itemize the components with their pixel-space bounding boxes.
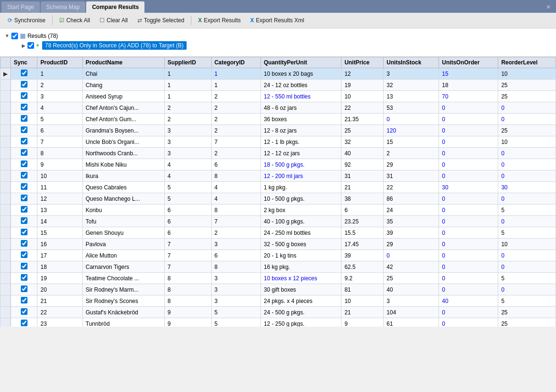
cell-productId: 19	[37, 273, 82, 284]
cell-unitsOnOrder: 0	[439, 170, 498, 182]
cell-unitPrice: 40	[341, 148, 384, 159]
col-unitsinstock-header[interactable]: UnitsInStock	[384, 57, 439, 68]
toggle-selected-button[interactable]: ⇄ Toggle Selected	[134, 16, 188, 25]
col-categoryid-header[interactable]: CategoryID	[211, 57, 260, 68]
sync-checkbox[interactable]	[21, 138, 27, 144]
col-sync-header[interactable]: Sync	[11, 57, 37, 68]
cell-categoryId: 7	[211, 136, 260, 148]
sync-checkbox[interactable]	[21, 115, 27, 122]
tab-start-page[interactable]: Start Page	[1, 1, 40, 13]
clear-all-icon: ☐	[99, 17, 105, 24]
tree-collapse-icon[interactable]: ▼	[5, 33, 9, 38]
table-row[interactable]: 14Tofu6740 - 100 g pkgs.23.253500	[0, 216, 556, 227]
sync-checkbox[interactable]	[21, 297, 27, 303]
sync-cell	[11, 170, 37, 182]
sync-checkbox[interactable]	[21, 149, 27, 156]
table-row[interactable]: 22Gustaf's Knäckebröd9524 - 500 g pkgs.2…	[0, 307, 556, 318]
sync-checkbox[interactable]	[21, 308, 27, 315]
table-row[interactable]: 16Pavlova7332 - 500 g boxes17.4529010	[0, 239, 556, 250]
table-row[interactable]: 10Ikura4812 - 200 ml jars313100	[0, 170, 556, 182]
row-indicator	[0, 102, 11, 114]
sync-checkbox[interactable]	[21, 160, 27, 167]
tree-root-checkbox[interactable]	[11, 33, 18, 39]
sync-checkbox[interactable]	[21, 251, 27, 258]
cell-categoryId: 6	[211, 250, 260, 261]
col-quantityperunit-header[interactable]: QuantityPerUnit	[261, 57, 341, 68]
sync-checkbox[interactable]	[21, 70, 27, 76]
col-reorderlevel-header[interactable]: ReorderLevel	[498, 57, 556, 68]
sync-checkbox[interactable]	[21, 183, 27, 190]
cell-supplierId: 2	[164, 114, 211, 125]
table-row[interactable]: 11Queso Cabrales541 kg pkg.21223030	[0, 182, 556, 193]
export-results-button[interactable]: X Export Results	[194, 16, 244, 25]
tree-root-row[interactable]: ▼ ▦ Results (78)	[5, 31, 551, 40]
col-productname-header[interactable]: ProductName	[82, 57, 164, 68]
table-row[interactable]: 5Chef Anton's Gum...2236 boxes21.35000	[0, 114, 556, 125]
cell-unitsInStock: 29	[384, 159, 439, 170]
table-row[interactable]: 19Teatime Chocolate ...8310 boxes x 12 p…	[0, 273, 556, 284]
cell-unitsOnOrder: 0	[439, 273, 498, 284]
sync-cell	[11, 273, 37, 284]
row-indicator	[0, 80, 11, 91]
sync-checkbox[interactable]	[21, 320, 27, 326]
cell-unitsOnOrder: 0	[439, 239, 498, 250]
sync-checkbox[interactable]	[21, 81, 27, 88]
table-row[interactable]: 2Chang1124 - 12 oz bottles19321825	[0, 80, 556, 91]
cell-productId: 10	[37, 170, 82, 182]
check-all-button[interactable]: ☑ Check All	[55, 16, 94, 25]
table-row[interactable]: 8Northwoods Cranb...3212 - 12 oz jars402…	[0, 148, 556, 159]
table-row[interactable]: 20Sir Rodney's Marm...8330 gift boxes814…	[0, 284, 556, 295]
sync-checkbox[interactable]	[21, 195, 27, 201]
sync-checkbox[interactable]	[21, 285, 27, 292]
table-row[interactable]: 4Chef Anton's Cajun...2248 - 6 oz jars22…	[0, 102, 556, 114]
tree-child-label[interactable]: 78 Record(s) Only in Source (A) ADD (78)…	[42, 41, 187, 50]
sync-checkbox[interactable]	[21, 229, 27, 235]
sync-checkbox[interactable]	[21, 274, 27, 281]
table-row[interactable]: 3Aniseed Syrup1212 - 550 ml bottles10137…	[0, 91, 556, 102]
table-row[interactable]: 17Alice Mutton7620 - 1 kg tins39000	[0, 250, 556, 261]
tree-child-checkbox[interactable]	[27, 42, 34, 49]
tree-child-row[interactable]: ▶ + 78 Record(s) Only in Source (A) ADD …	[22, 40, 551, 51]
table-row[interactable]: 6Grandma's Boysen...3212 - 8 oz jars2512…	[0, 125, 556, 136]
col-unitsonorder-header[interactable]: UnitsOnOrder	[439, 57, 498, 68]
close-icon[interactable]: ✕	[542, 1, 555, 13]
sync-checkbox[interactable]	[21, 240, 27, 247]
table-row[interactable]: 9Mishi Kobe Niku4618 - 500 g pkgs.922900	[0, 159, 556, 170]
sync-checkbox[interactable]	[21, 126, 27, 133]
cell-quantityPerUnit: 12 - 1 lb pkgs.	[261, 136, 341, 148]
sync-checkbox[interactable]	[21, 206, 27, 213]
row-indicator	[0, 307, 11, 318]
table-row[interactable]: ▶1Chai1110 boxes x 20 bags1231510	[0, 68, 556, 80]
table-row[interactable]: 15Genen Shouyu6224 - 250 ml bottles15.53…	[0, 227, 556, 239]
cell-productId: 22	[37, 307, 82, 318]
cell-unitPrice: 32	[341, 136, 384, 148]
row-indicator	[0, 193, 11, 205]
synchronise-button[interactable]: ⟳ Synchronise	[4, 16, 49, 25]
table-row[interactable]: 18Carnarvon Tigers7816 kg pkg.62.54200	[0, 261, 556, 273]
sync-checkbox[interactable]	[21, 172, 27, 178]
table-row[interactable]: 12Queso Manchego L...5410 - 500 g pkgs.3…	[0, 193, 556, 205]
col-productid-header[interactable]: ProductID	[37, 57, 82, 68]
table-row[interactable]: 23Tunnbröd9512 - 250 g pkgs.961025	[0, 318, 556, 327]
sync-checkbox[interactable]	[21, 104, 27, 110]
table-row[interactable]: 13Konbu682 kg box62405	[0, 205, 556, 216]
sync-checkbox[interactable]	[21, 92, 27, 99]
clear-all-button[interactable]: ☐ Clear All	[96, 16, 132, 25]
export-results-xml-button[interactable]: X Export Results Xml	[246, 16, 308, 25]
cell-unitPrice: 31	[341, 170, 384, 182]
sync-checkbox[interactable]	[21, 263, 27, 269]
cell-quantityPerUnit: 24 - 12 oz bottles	[261, 80, 341, 91]
cell-categoryId: 5	[211, 307, 260, 318]
tab-schema-map[interactable]: Schema Map	[41, 1, 86, 13]
table-row[interactable]: 7Uncle Bob's Organi...3712 - 1 lb pkgs.3…	[0, 136, 556, 148]
row-indicator	[0, 182, 11, 193]
cell-unitsOnOrder: 0	[439, 216, 498, 227]
table-row[interactable]: 21Sir Rodney's Scones8324 pkgs. x 4 piec…	[0, 295, 556, 307]
col-unitprice-header[interactable]: UnitPrice	[341, 57, 384, 68]
cell-productName: Chef Anton's Cajun...	[82, 102, 164, 114]
sync-checkbox[interactable]	[21, 217, 27, 224]
tab-compare-results[interactable]: Compare Results	[86, 1, 144, 13]
col-supplierid-header[interactable]: SupplierID	[164, 57, 211, 68]
cell-unitPrice: 81	[341, 284, 384, 295]
cell-productName: Mishi Kobe Niku	[82, 159, 164, 170]
